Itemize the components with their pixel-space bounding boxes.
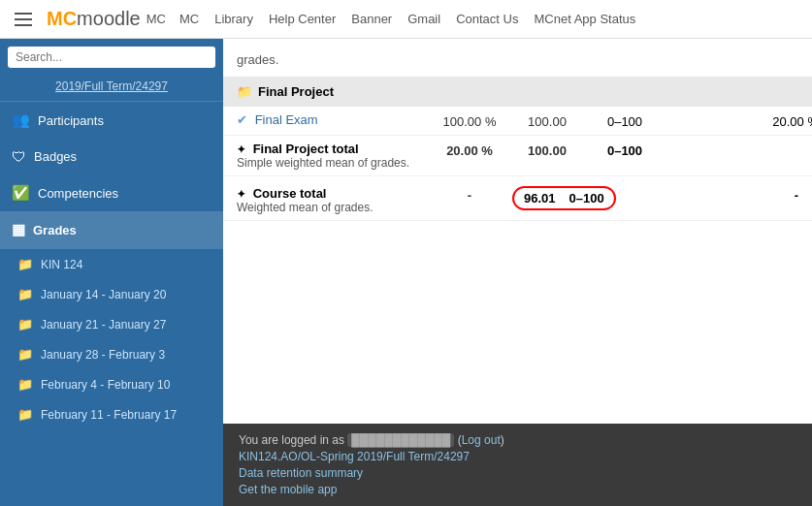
- final-project-header: 📁 Final Project: [223, 77, 812, 107]
- grade-weight: 20.00 %: [741, 112, 812, 129]
- footer-data-retention[interactable]: Data retention summary: [239, 466, 796, 480]
- nav-gmail[interactable]: Gmail: [407, 12, 440, 26]
- folder-icon: 📁: [17, 287, 33, 301]
- footer-logged-in: You are logged in as: [239, 433, 347, 447]
- sidebar-search-box[interactable]: [8, 47, 215, 68]
- grades-section: grades. 📁 Final Project ✔ Final Exam 100…: [223, 39, 812, 229]
- grade-letter: [664, 112, 741, 114]
- grades-top-text: grades.: [223, 47, 812, 77]
- sidebar-item-participants[interactable]: 👥 Participants: [0, 102, 223, 139]
- grade-range: 0–100: [586, 142, 664, 158]
- grade-name-text: Course total: [253, 186, 327, 201]
- grade-score: 100.00: [508, 112, 586, 129]
- folder-icon: 📁: [17, 347, 33, 362]
- section-label: February 11 - February 17: [41, 408, 177, 422]
- sidebar-item-label: Participants: [38, 113, 104, 128]
- hamburger-menu[interactable]: [10, 6, 37, 33]
- sidebar-item-label: Grades: [33, 223, 77, 237]
- grade-icon: ✔: [237, 112, 247, 127]
- footer-course-link[interactable]: KIN124.AO/OL-Spring 2019/Full Term/24297: [239, 450, 796, 463]
- folder-sym: 📁: [237, 84, 252, 99]
- sidebar-item-badges[interactable]: 🛡 Badges: [0, 139, 223, 174]
- footer-mobile-app[interactable]: Get the mobile app: [239, 483, 796, 496]
- nav-mc[interactable]: MC: [179, 12, 199, 26]
- section-feb11-feb17[interactable]: 📁 February 11 - February 17: [0, 399, 223, 429]
- section-label: January 28 - February 3: [41, 348, 165, 362]
- grade-icon: ✦: [237, 143, 245, 155]
- grade-icon: ✦: [237, 188, 245, 200]
- section-kin124[interactable]: 📁 KIN 124: [0, 249, 223, 279]
- main-layout: 2019/Full Term/24297 👥 Participants 🛡 Ba…: [0, 39, 812, 506]
- grade-row-final-project-total: ✦ Final Project total Simple weighted me…: [223, 136, 812, 176]
- grades-icon: ▦: [12, 221, 25, 238]
- grade-weight: -: [721, 186, 798, 203]
- footer: You are logged in as ████████████ (Log o…: [223, 424, 812, 506]
- top-navigation: MC moodle MC MC Library Help Center Bann…: [0, 0, 812, 39]
- section-label: February 4 - February 10: [41, 378, 170, 392]
- grade-score: 100.00: [508, 142, 586, 158]
- logo-tag: MC: [146, 12, 166, 26]
- grades-content: grades. 📁 Final Project ✔ Final Exam 100…: [223, 39, 812, 424]
- grade-name-text: Final Project total: [253, 142, 359, 156]
- nav-mcnet-app-status[interactable]: MCnet App Status: [534, 12, 635, 26]
- logo: MC moodle MC: [47, 8, 166, 30]
- search-input[interactable]: [16, 50, 208, 64]
- circled-scores: 96.01 0–100: [512, 186, 616, 210]
- grade-weight: -: [741, 142, 812, 158]
- grade-row-final-exam: ✔ Final Exam 100.00 % 100.00 0–100 20.00…: [223, 107, 812, 136]
- grade-name-cell: ✦ Course total Weighted mean of grades.: [237, 186, 431, 214]
- section-label: KIN 124: [41, 258, 82, 271]
- sidebar-item-label: Badges: [34, 149, 77, 164]
- nav-links: MC Library Help Center Banner Gmail Cont…: [179, 12, 635, 26]
- section-jan14-jan20[interactable]: 📁 January 14 - January 20: [0, 279, 223, 309]
- participants-icon: 👥: [12, 111, 30, 129]
- sidebar-item-grades[interactable]: ▦ Grades: [0, 211, 223, 248]
- section-jan28-feb3[interactable]: 📁 January 28 - February 3: [0, 339, 223, 369]
- grade-letter: [664, 142, 741, 143]
- badges-icon: 🛡: [12, 148, 26, 165]
- folder-icon: 📁: [17, 317, 33, 332]
- nav-contact-us[interactable]: Contact Us: [456, 12, 518, 26]
- grade-row-course-total: ✦ Course total Weighted mean of grades. …: [223, 180, 812, 221]
- grade-percentage: -: [431, 186, 508, 203]
- footer-logout-link[interactable]: Log out: [462, 433, 501, 447]
- sidebar: 2019/Full Term/24297 👥 Participants 🛡 Ba…: [0, 39, 223, 506]
- grade-sub-text: Simple weighted mean of grades.: [237, 156, 431, 170]
- section-jan21-jan27[interactable]: 📁 January 21 - January 27: [0, 309, 223, 339]
- logo-moodle: moodle: [77, 8, 141, 30]
- grade-sub-text: Weighted mean of grades.: [237, 201, 431, 214]
- final-project-label: Final Project: [258, 84, 334, 99]
- course-total-score: 96.01: [524, 191, 556, 206]
- section-list: 📁 KIN 124 📁 January 14 - January 20 📁 Ja…: [0, 249, 223, 429]
- sidebar-item-competencies[interactable]: ✅ Competencies: [0, 174, 223, 211]
- grade-range: 0–100: [586, 112, 664, 129]
- section-feb4-feb10[interactable]: 📁 February 4 - February 10: [0, 369, 223, 399]
- nav-library[interactable]: Library: [214, 12, 253, 26]
- grade-name-cell: ✔ Final Exam: [237, 112, 431, 127]
- grade-name-cell: ✦ Final Project total Simple weighted me…: [237, 142, 431, 170]
- grade-name-link[interactable]: Final Exam: [255, 112, 318, 127]
- folder-icon: 📁: [17, 257, 33, 271]
- grade-percentage: 20.00 %: [431, 142, 508, 158]
- footer-logout-close: ): [501, 433, 504, 447]
- grade-percentage: 100.00 %: [431, 112, 508, 129]
- grade-letter: [620, 186, 698, 188]
- nav-banner[interactable]: Banner: [351, 12, 392, 26]
- competencies-icon: ✅: [12, 184, 30, 202]
- section-label: January 21 - January 27: [41, 318, 166, 332]
- footer-user: ████████████: [347, 433, 454, 447]
- sidebar-item-label: Competencies: [38, 186, 118, 201]
- logo-mc: MC: [47, 8, 77, 30]
- folder-icon: 📁: [17, 377, 33, 392]
- nav-help-center[interactable]: Help Center: [269, 12, 336, 26]
- folder-icon: 📁: [17, 407, 33, 422]
- course-total-range: 0–100: [569, 191, 604, 206]
- section-label: January 14 - January 20: [41, 288, 166, 301]
- course-link[interactable]: 2019/Full Term/24297: [0, 76, 223, 101]
